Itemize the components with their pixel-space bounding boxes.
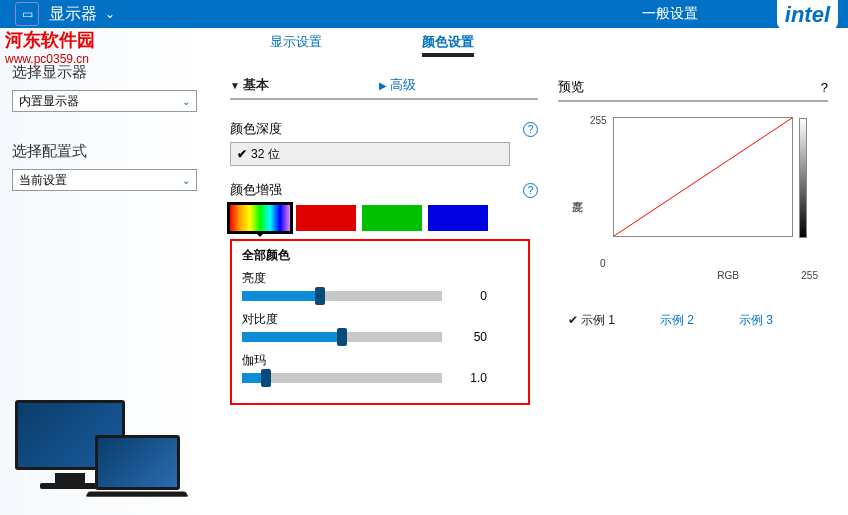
select-display-dropdown[interactable]: 内置显示器 ⌄ <box>12 90 197 112</box>
swatch-red[interactable] <box>296 205 356 231</box>
brightness-label: 亮度 <box>242 270 518 287</box>
preview-title: 预览 <box>558 78 584 96</box>
preview-graph: 255 0 亮度 RGB 255 <box>588 117 818 267</box>
header-title: 显示器 <box>49 4 97 25</box>
tab-color-settings[interactable]: 颜色设置 <box>422 33 474 57</box>
example-1[interactable]: 示例 1 <box>568 312 615 329</box>
all-colors-title: 全部颜色 <box>242 247 518 264</box>
highlight-box: 全部颜色 亮度 0 对比度 50 <box>230 239 530 405</box>
help-icon[interactable]: ? <box>821 80 828 95</box>
select-display-label: 选择显示器 <box>12 63 198 82</box>
example-3[interactable]: 示例 3 <box>739 312 773 329</box>
swatch-green[interactable] <box>362 205 422 231</box>
contrast-slider[interactable] <box>242 332 442 342</box>
contrast-label: 对比度 <box>242 311 518 328</box>
example-2[interactable]: 示例 2 <box>660 312 694 329</box>
brightness-slider[interactable] <box>242 291 442 301</box>
right-panel: 预览 ? 255 0 亮度 RGB 255 示例 1 示例 2 示例 3 <box>558 28 848 515</box>
chevron-down-icon: ⌄ <box>182 96 190 107</box>
display-header-icon: ▭ <box>15 2 39 26</box>
general-settings-link[interactable]: 一般设置 <box>642 5 698 23</box>
left-sidebar: 选择显示器 内置显示器 ⌄ 选择配置式 当前设置 ⌄ <box>0 28 210 515</box>
svg-line-0 <box>614 118 792 236</box>
color-depth-option[interactable]: ✔ 32 位 <box>230 142 510 166</box>
gamma-label: 伽玛 <box>242 352 518 369</box>
tab-display-settings[interactable]: 显示设置 <box>270 33 322 57</box>
header-chevron-icon[interactable]: ⌄ <box>105 7 115 21</box>
help-icon[interactable]: ? <box>523 122 538 137</box>
select-profile-label: 选择配置式 <box>12 142 198 161</box>
gamma-value: 1.0 <box>457 371 487 385</box>
monitor-illustration <box>15 400 185 510</box>
contrast-value: 50 <box>457 330 487 344</box>
color-enhance-label: 颜色增强 <box>230 181 282 199</box>
main-content: 显示设置 颜色设置 ▼基本 ▶高级 颜色深度 ? ✔ 32 位 颜色增强 ? 全… <box>210 28 558 515</box>
swatch-all-colors[interactable] <box>230 205 290 231</box>
check-icon: ✔ <box>237 147 247 161</box>
intel-logo: intel <box>777 0 838 30</box>
select-profile-dropdown[interactable]: 当前设置 ⌄ <box>12 169 197 191</box>
gradient-bar <box>799 118 807 238</box>
subtab-advanced[interactable]: ▶高级 <box>379 72 416 98</box>
window-header: ▭ 显示器 ⌄ 一般设置 <box>0 0 848 28</box>
swatch-blue[interactable] <box>428 205 488 231</box>
gamma-slider[interactable] <box>242 373 442 383</box>
chevron-down-icon: ⌄ <box>182 175 190 186</box>
subtab-basic[interactable]: ▼基本 <box>230 72 269 98</box>
help-icon[interactable]: ? <box>523 183 538 198</box>
color-depth-label: 颜色深度 <box>230 120 282 138</box>
brightness-value: 0 <box>457 289 487 303</box>
